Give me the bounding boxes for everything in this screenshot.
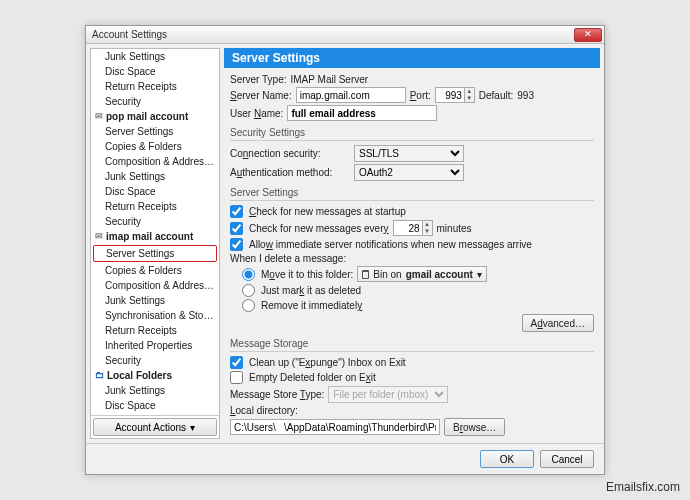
default-port-value: 993 <box>517 90 534 101</box>
account-actions-label: Account Actions <box>115 422 186 433</box>
tree-item[interactable]: Disc Space <box>91 398 219 413</box>
port-stepper[interactable]: ▲▼ <box>435 87 475 103</box>
tree-item-server-settings[interactable]: Server Settings <box>93 245 217 262</box>
radio-mark-label: Just mark it as deleted <box>261 285 361 296</box>
bin-label: Bin on <box>373 269 401 280</box>
server-type-label: Server Type: <box>230 74 287 85</box>
tree-item[interactable]: Disc Space <box>91 184 219 199</box>
tree-item[interactable]: Copies & Folders <box>91 139 219 154</box>
user-name-input[interactable] <box>287 105 437 121</box>
dialog-footer: OK Cancel <box>86 443 604 474</box>
account-actions-button[interactable]: Account Actions ▾ <box>93 418 217 436</box>
auth-method-select[interactable]: OAuth2 <box>354 164 464 181</box>
divider <box>230 351 594 352</box>
tree-item[interactable]: Return Receipts <box>91 323 219 338</box>
tree-item[interactable]: Composition & Address… <box>91 278 219 293</box>
check-every-checkbox[interactable] <box>230 222 243 235</box>
tree-item[interactable]: Security <box>91 353 219 368</box>
check-every-label-b: minutes <box>437 223 472 234</box>
sidebar-footer: Account Actions ▾ <box>91 415 219 438</box>
tree-item[interactable]: Inherited Properties <box>91 338 219 353</box>
default-port-label: Default: <box>479 90 513 101</box>
account-pop[interactable]: ✉pop mail account <box>91 109 219 124</box>
tree-item[interactable]: Junk Settings <box>91 293 219 308</box>
account-settings-window: Account Settings ✕ Junk Settings Disc Sp… <box>85 25 605 475</box>
check-startup-label: Check for new messages at startup <box>249 206 406 217</box>
check-every-stepper[interactable]: ▲▼ <box>393 220 433 236</box>
tree-item[interactable]: Junk Settings <box>91 49 219 64</box>
chevron-down-icon: ▾ <box>190 422 195 433</box>
dialog-body: Junk Settings Disc Space Return Receipts… <box>86 44 604 443</box>
tree-item[interactable]: Synchronisation & Stora… <box>91 308 219 323</box>
storage-group-title: Message Storage <box>230 338 594 349</box>
account-tree-sidebar: Junk Settings Disc Space Return Receipts… <box>90 48 220 439</box>
advanced-label: Advanced… <box>531 318 585 329</box>
chevron-down-icon[interactable]: ▼ <box>465 95 474 102</box>
port-input[interactable] <box>436 88 464 102</box>
tree-item[interactable]: Return Receipts <box>91 199 219 214</box>
server-type-value: IMAP Mail Server <box>291 74 369 85</box>
account-tree[interactable]: Junk Settings Disc Space Return Receipts… <box>91 49 219 415</box>
chevron-down-icon[interactable]: ▼ <box>423 228 432 235</box>
bin-account: gmail account <box>406 269 473 280</box>
radio-mark[interactable] <box>242 284 255 297</box>
divider <box>230 140 594 141</box>
browse-label: Browse… <box>453 422 496 433</box>
browse-button[interactable]: Browse… <box>444 418 505 436</box>
bin-folder-button[interactable]: Bin on gmail account ▾ <box>357 266 487 282</box>
advanced-button[interactable]: Advanced… <box>522 314 594 332</box>
server-name-input[interactable] <box>296 87 406 103</box>
server-name-label: Server Name: <box>230 90 292 101</box>
local-dir-label: Local directory: <box>230 405 298 416</box>
check-every-label-a: Check for new messages every <box>249 223 389 234</box>
account-imap[interactable]: ✉imap mail account <box>91 229 219 244</box>
conn-sec-select[interactable]: SSL/TLS <box>354 145 464 162</box>
user-name-label: User Name: <box>230 108 283 119</box>
tree-item[interactable]: Disc Space <box>91 64 219 79</box>
check-every-input[interactable] <box>394 221 422 235</box>
port-label: Port: <box>410 90 431 101</box>
window-title: Account Settings <box>92 29 167 40</box>
cleanup-label: Clean up ("Expunge") Inbox on Exit <box>249 357 406 368</box>
store-type-label: Message Store Type: <box>230 389 324 400</box>
titlebar: Account Settings ✕ <box>86 26 604 44</box>
close-button[interactable]: ✕ <box>574 28 602 42</box>
account-local-folders[interactable]: 🗀Local Folders <box>91 368 219 383</box>
radio-remove-label: Remove it immediately <box>261 300 362 311</box>
tree-item[interactable]: Copies & Folders <box>91 263 219 278</box>
auth-method-label: Authentication method: <box>230 167 350 178</box>
cancel-button[interactable]: Cancel <box>540 450 594 468</box>
tree-item[interactable]: Security <box>91 214 219 229</box>
radio-move-label: Move it to this folder: <box>261 269 353 280</box>
radio-remove[interactable] <box>242 299 255 312</box>
chevron-up-icon[interactable]: ▲ <box>465 88 474 95</box>
tree-item[interactable]: Composition & Address… <box>91 154 219 169</box>
tree-item[interactable]: Server Settings <box>91 124 219 139</box>
chevron-down-icon: ▾ <box>477 269 482 280</box>
radio-move[interactable] <box>242 268 255 281</box>
trash-icon <box>362 270 369 279</box>
ok-button[interactable]: OK <box>480 450 534 468</box>
allow-notify-label: Allow immediate server notifications whe… <box>249 239 532 250</box>
mail-icon: ✉ <box>95 229 103 244</box>
empty-checkbox[interactable] <box>230 371 243 384</box>
store-type-select: File per folder (mbox) <box>328 386 448 403</box>
allow-notify-checkbox[interactable] <box>230 238 243 251</box>
delete-group-label: When I delete a message: <box>230 253 346 264</box>
watermark: Emailsfix.com <box>606 480 680 494</box>
tree-item[interactable]: Return Receipts <box>91 79 219 94</box>
tree-item[interactable]: Junk Settings <box>91 169 219 184</box>
settings-pane: Server Settings Server Type: IMAP Mail S… <box>224 48 600 439</box>
form: Server Type: IMAP Mail Server Server Nam… <box>224 68 600 439</box>
close-icon: ✕ <box>584 30 592 39</box>
tree-item[interactable]: Junk Settings <box>91 383 219 398</box>
cleanup-checkbox[interactable] <box>230 356 243 369</box>
folder-icon: 🗀 <box>95 368 104 383</box>
tree-item[interactable]: Security <box>91 94 219 109</box>
local-dir-input[interactable] <box>230 419 440 435</box>
security-group-title: Security Settings <box>230 127 594 138</box>
server-group-title: Server Settings <box>230 187 594 198</box>
divider <box>230 200 594 201</box>
chevron-up-icon[interactable]: ▲ <box>423 221 432 228</box>
check-startup-checkbox[interactable] <box>230 205 243 218</box>
